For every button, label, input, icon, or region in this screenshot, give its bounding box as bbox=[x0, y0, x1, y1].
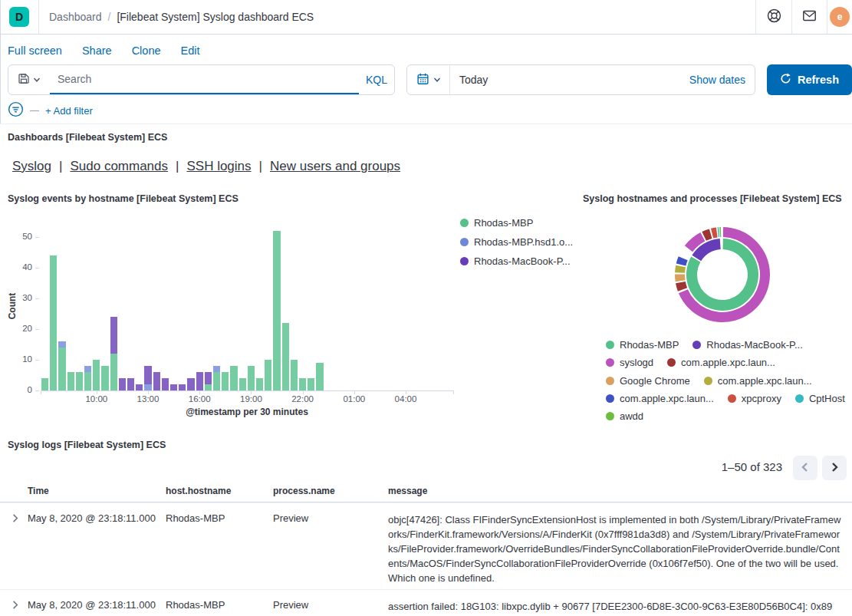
expand-row-button[interactable] bbox=[8, 511, 21, 525]
bar-segment[interactable] bbox=[67, 372, 74, 390]
kql-syntax-button[interactable]: KQL bbox=[359, 65, 394, 94]
legend-label: Rhodas-MBP bbox=[620, 339, 679, 351]
bar-segment[interactable] bbox=[93, 360, 100, 390]
toolbar-divider bbox=[0, 124, 852, 124]
user-menu-button[interactable]: e bbox=[827, 0, 852, 34]
bar-segment[interactable] bbox=[110, 354, 117, 390]
bar-segment[interactable] bbox=[84, 372, 91, 390]
bar-segment[interactable] bbox=[308, 378, 314, 390]
bar-segment[interactable] bbox=[196, 372, 203, 390]
donut-segment[interactable]: CptHost bbox=[718, 227, 720, 237]
bar-segment[interactable] bbox=[153, 372, 160, 390]
donut-segment[interactable]: com.apple.xpc.laun... bbox=[675, 265, 686, 273]
bar-segment[interactable] bbox=[127, 378, 134, 390]
legend-item[interactable]: Google Chrome bbox=[606, 375, 690, 387]
legend-item[interactable]: Rhodas-MBP.hsd1.o... bbox=[460, 236, 573, 248]
add-filter-button[interactable]: + Add filter bbox=[45, 105, 93, 117]
bar-segment[interactable] bbox=[170, 384, 177, 390]
bar-segment[interactable] bbox=[101, 366, 108, 390]
bar-segment[interactable] bbox=[76, 372, 83, 390]
pagination-next-button[interactable] bbox=[822, 456, 847, 480]
bar-segment[interactable] bbox=[187, 378, 194, 390]
show-dates-button[interactable]: Show dates bbox=[689, 74, 755, 86]
bar-segment[interactable] bbox=[316, 363, 323, 390]
legend-item[interactable]: com.apple.xpc.laun... bbox=[606, 393, 714, 404]
bar-segment[interactable] bbox=[239, 378, 246, 390]
bar-segment[interactable] bbox=[299, 378, 306, 390]
legend-item[interactable]: com.apple.xpc.laun... bbox=[704, 375, 812, 387]
bar-segment[interactable] bbox=[58, 348, 65, 390]
donut-chart-plot[interactable]: Rhodas-MBPRhodas-MacBook-P...syslogdcom.… bbox=[673, 225, 772, 324]
legend-item[interactable]: CptHost bbox=[795, 393, 845, 404]
bar-segment[interactable] bbox=[230, 366, 237, 390]
expand-row-button[interactable] bbox=[8, 598, 21, 611]
date-range-value[interactable]: Today bbox=[450, 74, 488, 86]
bar-segment[interactable] bbox=[41, 378, 48, 390]
bar-segment[interactable] bbox=[222, 372, 229, 390]
bar-segment[interactable] bbox=[50, 255, 57, 390]
share-button[interactable]: Share bbox=[82, 44, 112, 57]
bar-segment[interactable] bbox=[256, 378, 263, 390]
breadcrumb-dashboard-link[interactable]: Dashboard bbox=[49, 11, 102, 23]
saved-query-menu-button[interactable] bbox=[8, 65, 50, 94]
bar-segment[interactable] bbox=[144, 384, 151, 390]
date-quick-select-button[interactable] bbox=[407, 65, 450, 94]
calendar-icon bbox=[416, 72, 429, 88]
link-ssh-logins[interactable]: SSH logins bbox=[186, 159, 251, 174]
link-syslog[interactable]: Syslog bbox=[12, 159, 51, 174]
date-picker: Today Show dates bbox=[406, 64, 755, 95]
link-sudo-commands[interactable]: Sudo commands bbox=[70, 159, 168, 174]
donut-segment[interactable]: com.apple.xpc.laun... bbox=[676, 282, 687, 292]
legend-item[interactable]: syslogd bbox=[606, 357, 653, 368]
bar-chart-plot[interactable] bbox=[41, 230, 453, 390]
bar-segment[interactable] bbox=[248, 366, 255, 390]
bar-segment[interactable] bbox=[58, 341, 65, 348]
clone-button[interactable]: Clone bbox=[132, 44, 161, 57]
bar-segment[interactable] bbox=[144, 366, 151, 384]
legend-label: com.apple.xpc.laun... bbox=[681, 357, 775, 368]
dashboard-toolbar: Full screen Share Clone Edit bbox=[8, 37, 200, 64]
bar-segment[interactable] bbox=[213, 372, 220, 390]
chevron-left-icon bbox=[800, 462, 811, 475]
donut-segment[interactable]: com.apple.xpc.laun... bbox=[676, 256, 688, 265]
help-menu-button[interactable] bbox=[755, 0, 791, 34]
bar-segment[interactable] bbox=[213, 366, 220, 372]
bar-segment[interactable] bbox=[282, 323, 289, 390]
bar-segment[interactable] bbox=[162, 378, 169, 390]
legend-item[interactable]: awdd bbox=[606, 410, 643, 422]
full-screen-button[interactable]: Full screen bbox=[8, 44, 62, 57]
edit-button[interactable]: Edit bbox=[181, 44, 200, 57]
bar-segment[interactable] bbox=[291, 360, 298, 390]
refresh-icon bbox=[780, 73, 791, 87]
legend-item[interactable]: Rhodas-MBP bbox=[606, 339, 679, 351]
bar-segment[interactable] bbox=[84, 366, 91, 372]
y-tick-mark bbox=[35, 298, 39, 299]
filter-options-icon[interactable] bbox=[8, 101, 24, 120]
search-input[interactable] bbox=[50, 65, 359, 94]
donut-chart-title: Syslog hostnames and processes [Filebeat… bbox=[583, 193, 842, 204]
bar-segment[interactable] bbox=[273, 231, 280, 390]
bar-segment[interactable] bbox=[205, 384, 212, 390]
legend-item[interactable]: Rhodas-MacBook-P... bbox=[692, 339, 803, 351]
bar-segment[interactable] bbox=[110, 317, 117, 354]
bar-segment[interactable] bbox=[136, 384, 143, 390]
bar-segment[interactable] bbox=[265, 360, 271, 390]
dashboard-app-icon[interactable]: D bbox=[9, 7, 29, 27]
x-tick-mark bbox=[148, 390, 149, 394]
legend-item[interactable]: Rhodas-MacBook-P... bbox=[460, 255, 573, 267]
bar-segment[interactable] bbox=[119, 378, 126, 390]
pagination-prev-button[interactable] bbox=[793, 456, 817, 480]
newsfeed-button[interactable] bbox=[791, 0, 827, 34]
legend-item[interactable]: com.apple.xpc.laun... bbox=[667, 357, 775, 368]
legend-item[interactable]: xpcproxy bbox=[728, 393, 781, 404]
donut-segment[interactable]: xpcproxy bbox=[711, 228, 718, 239]
bar-segment[interactable] bbox=[179, 384, 186, 390]
donut-segment[interactable]: awdd bbox=[719, 227, 721, 237]
refresh-button[interactable]: Refresh bbox=[767, 64, 852, 95]
column-header-host: host.hostname bbox=[166, 486, 231, 496]
legend-item[interactable]: Rhodas-MBP bbox=[460, 217, 573, 229]
table-row: May 8, 2020 @ 23:18:11.000 Rhodas-MBP Pr… bbox=[0, 502, 852, 589]
bar-segment[interactable] bbox=[205, 372, 212, 384]
donut-segment[interactable]: Google Chrome bbox=[675, 274, 686, 282]
link-new-users-groups[interactable]: New users and groups bbox=[270, 159, 400, 174]
